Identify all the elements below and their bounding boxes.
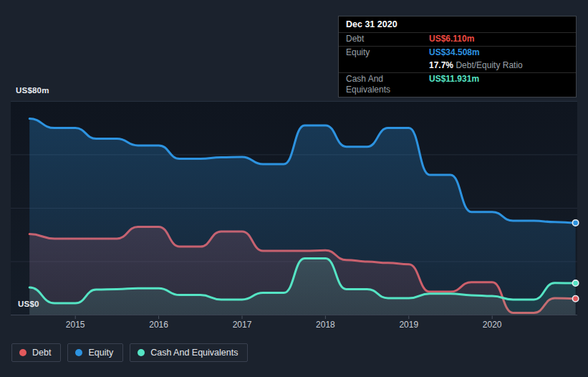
tooltip-ratio-value: 17.7% <box>429 60 453 70</box>
tooltip-cash-value: US$11.931m <box>429 74 569 85</box>
cash-and-equivalents-end-marker[interactable] <box>572 280 578 286</box>
legend-equity-label: Equity <box>88 348 113 358</box>
legend-item-equity[interactable]: Equity <box>67 343 123 362</box>
debt-end-marker[interactable] <box>572 296 578 302</box>
tooltip-row-cash: Cash And Equivalents US$11.931m <box>339 73 576 97</box>
y-axis-zero-label: US$0 <box>18 300 39 308</box>
tooltip-equity-label: Equity <box>346 47 429 58</box>
x-axis-label-2016: 2016 <box>142 320 176 330</box>
tooltip-row-ratio: 17.7% Debt/Equity Ratio <box>339 59 576 73</box>
tooltip-equity-value: US$34.508m <box>429 47 569 58</box>
tooltip-ratio-label: Debt/Equity Ratio <box>456 60 522 70</box>
x-axis-label-2015: 2015 <box>58 320 92 330</box>
y-axis-top-label: US$80m <box>16 86 49 95</box>
debt-equity-history-chart: US$80m US$0 201520162017201820192020 Dec… <box>0 0 588 377</box>
legend-item-debt[interactable]: Debt <box>11 343 61 362</box>
legend-item-cash[interactable]: Cash And Equivalents <box>130 343 248 362</box>
legend-debt-label: Debt <box>32 348 51 358</box>
tooltip-ratio: 17.7% Debt/Equity Ratio <box>429 60 569 71</box>
chart-legend: Debt Equity Cash And Equivalents <box>11 343 248 362</box>
equity-series-dot-icon <box>75 349 82 356</box>
tooltip-debt-label: Debt <box>346 34 429 44</box>
hover-tooltip: Dec 31 2020 Debt US$6.110m Equity US$34.… <box>338 16 577 97</box>
debt-series-dot-icon <box>19 349 26 356</box>
tooltip-cash-label: Cash And Equivalents <box>346 74 429 95</box>
x-axis-label-2018: 2018 <box>308 320 342 330</box>
cash-series-dot-icon <box>138 349 145 356</box>
tooltip-date: Dec 31 2020 <box>339 16 576 33</box>
legend-cash-label: Cash And Equivalents <box>150 348 238 358</box>
x-axis-label-2020: 2020 <box>475 320 509 330</box>
equity-end-marker[interactable] <box>572 220 578 226</box>
x-axis-label-2017: 2017 <box>225 320 259 330</box>
tooltip-debt-value: US$6.110m <box>429 34 569 44</box>
tooltip-row-equity: Equity US$34.508m <box>339 47 576 59</box>
tooltip-row-debt: Debt US$6.110m <box>339 33 576 47</box>
x-axis-label-2019: 2019 <box>392 320 426 330</box>
